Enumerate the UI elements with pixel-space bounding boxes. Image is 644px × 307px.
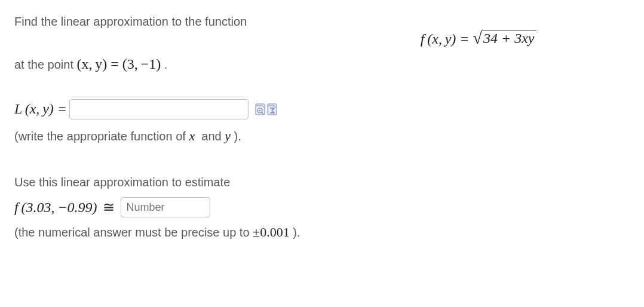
prompt-line-1: Find the linear approximation to the fun…: [14, 12, 403, 31]
prompt-text-2: Use this linear approximation to estimat…: [14, 176, 230, 189]
f-lhs: f (x, y) =: [421, 31, 473, 47]
at-point-pre: at the point: [14, 58, 77, 71]
radical-icon: √: [473, 30, 482, 47]
radicand: 34 + 3xy: [482, 30, 537, 47]
preview-icon[interactable]: [254, 103, 265, 115]
prompt-text-1: Find the linear approximation to the fun…: [14, 15, 247, 28]
note1-post: ).: [231, 130, 241, 143]
f-eval-label: f (3.03, −0.99): [14, 199, 97, 216]
L-answer-input[interactable]: [69, 99, 249, 119]
prompt-line-2: Use this linear approximation to estimat…: [14, 173, 403, 191]
L-subnote: (write the appropriate function of x and…: [14, 126, 403, 146]
svg-point-2: [259, 109, 260, 111]
note2-pre: (the numerical answer must be precise up…: [14, 226, 253, 239]
equation-editor-icon[interactable]: [266, 103, 277, 115]
at-point-math: (x, y) = (3, −1): [77, 56, 161, 72]
function-formula: f (x, y) = √ 34 + 3xy: [421, 30, 630, 47]
note1-y: y: [225, 128, 231, 143]
prompt-line-at-point: at the point (x, y) = (3, −1) .: [14, 53, 403, 75]
note1-mid: and: [195, 130, 225, 143]
at-point-post: .: [161, 58, 167, 71]
L-input-row: L (x, y) =: [14, 97, 403, 121]
note2-post: ).: [290, 226, 300, 239]
note1-x: x: [189, 128, 195, 143]
precision-note: (the numerical answer must be precise up…: [14, 222, 403, 242]
sqrt-expression: √ 34 + 3xy: [473, 30, 537, 47]
f-eval-input[interactable]: [121, 197, 210, 217]
note2-math: ±0.001: [253, 225, 290, 240]
f-eval-row: f (3.03, −0.99) ≅: [14, 197, 403, 217]
note1-pre: (write the appropriate function of: [14, 130, 189, 143]
approx-symbol: ≅: [99, 199, 118, 216]
L-label: L (x, y) =: [14, 97, 67, 121]
